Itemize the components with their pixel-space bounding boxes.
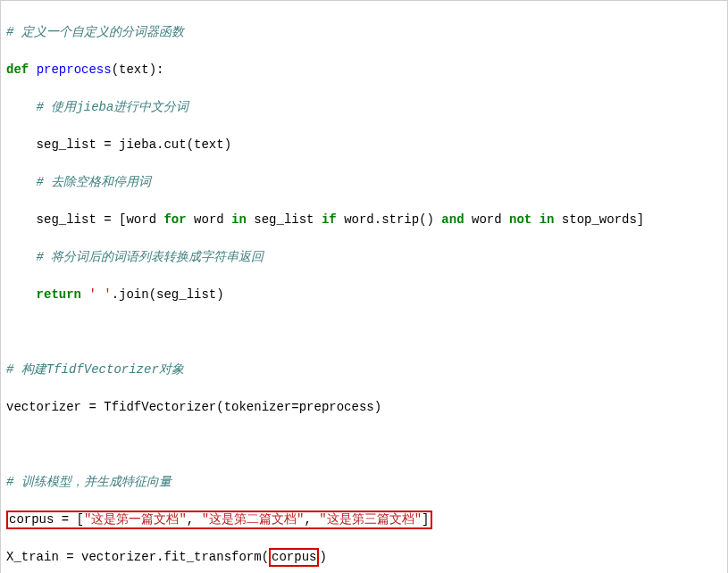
string: "这是第一篇文档" xyxy=(84,512,187,527)
code-line: # 将分词后的词语列表转换成字符串返回 xyxy=(6,248,724,267)
highlight-box: corpus xyxy=(269,548,319,567)
code-line: # 定义一个自定义的分词器函数 xyxy=(6,23,724,42)
text: corpus xyxy=(272,550,316,564)
blank-line xyxy=(6,436,724,454)
comment: # 定义一个自定义的分词器函数 xyxy=(6,25,184,39)
code-line: X_train = vectorizer.fit_transform(corpu… xyxy=(6,548,724,567)
func-name: preprocess xyxy=(37,62,112,77)
text: seg_list xyxy=(37,212,105,227)
text: ] xyxy=(422,512,429,527)
text: ) xyxy=(319,550,326,564)
keyword-in: in xyxy=(231,212,247,227)
text: word xyxy=(464,212,509,227)
text: corpus xyxy=(9,512,62,527)
text: word.strip() xyxy=(337,212,442,227)
keyword-not: not xyxy=(509,212,531,227)
code-line: # 去除空格和停用词 xyxy=(6,173,724,192)
text: seg_list xyxy=(37,137,105,152)
text: , xyxy=(187,512,202,527)
text: , xyxy=(304,512,319,527)
text xyxy=(531,212,539,227)
string: "这是第二篇文档" xyxy=(202,512,305,527)
keyword-and: and xyxy=(441,212,464,227)
string: ' ' xyxy=(88,287,111,302)
comment: # 使用jieba进行中文分词 xyxy=(37,100,189,114)
string: "这是第三篇文档" xyxy=(319,512,422,527)
op: = xyxy=(62,512,69,527)
code-line: # 训练模型，并生成特征向量 xyxy=(6,473,724,492)
text: word xyxy=(187,212,231,227)
text: jieba.cut(text) xyxy=(112,137,231,152)
text: seg_list xyxy=(247,212,322,227)
text: vectorizer xyxy=(6,400,88,414)
op: = xyxy=(104,137,111,152)
keyword-for: for xyxy=(163,212,186,227)
comment: # 去除空格和停用词 xyxy=(37,175,152,189)
text: (text): xyxy=(112,62,164,77)
code-line: seg_list = jieba.cut(text) xyxy=(6,136,724,154)
code-cell: # 定义一个自定义的分词器函数 def preprocess(text): # … xyxy=(0,0,728,573)
code-line: # 使用jieba进行中文分词 xyxy=(6,98,724,117)
text: vectorizer.fit_transform( xyxy=(74,550,269,564)
text: [ xyxy=(69,512,84,527)
op: = xyxy=(104,212,111,227)
text: preprocess) xyxy=(299,400,381,414)
keyword-in: in xyxy=(540,212,555,227)
comment: # 训练模型，并生成特征向量 xyxy=(6,475,172,489)
code-line: vectorizer = TfidfVectorizer(tokenizer=p… xyxy=(6,398,724,417)
code-line: # 构建TfidfVectorizer对象 xyxy=(6,361,724,379)
comment: # 将分词后的词语列表转换成字符串返回 xyxy=(37,250,264,264)
code-line: return ' '.join(seg_list) xyxy=(6,286,724,304)
code-line: seg_list = [word for word in seg_list if… xyxy=(6,211,724,229)
code-line: def preprocess(text): xyxy=(6,61,724,79)
highlight-box: corpus = ["这是第一篇文档", "这是第二篇文档", "这是第三篇文档… xyxy=(6,511,432,529)
text: TfidfVectorizer(tokenizer xyxy=(96,400,291,414)
keyword-if: if xyxy=(322,212,337,227)
keyword-return: return xyxy=(37,287,81,302)
code-line: corpus = ["这是第一篇文档", "这是第二篇文档", "这是第三篇文档… xyxy=(6,511,724,529)
text: [word xyxy=(112,212,164,227)
blank-line xyxy=(6,323,724,342)
text: X_train xyxy=(6,550,66,564)
op: = xyxy=(88,400,96,414)
op: = xyxy=(291,400,298,414)
op: = xyxy=(66,550,73,564)
text: .join(seg_list) xyxy=(112,287,224,302)
keyword-def: def xyxy=(6,62,29,77)
comment: # 构建TfidfVectorizer对象 xyxy=(6,362,184,377)
text: stop_words] xyxy=(554,212,644,227)
